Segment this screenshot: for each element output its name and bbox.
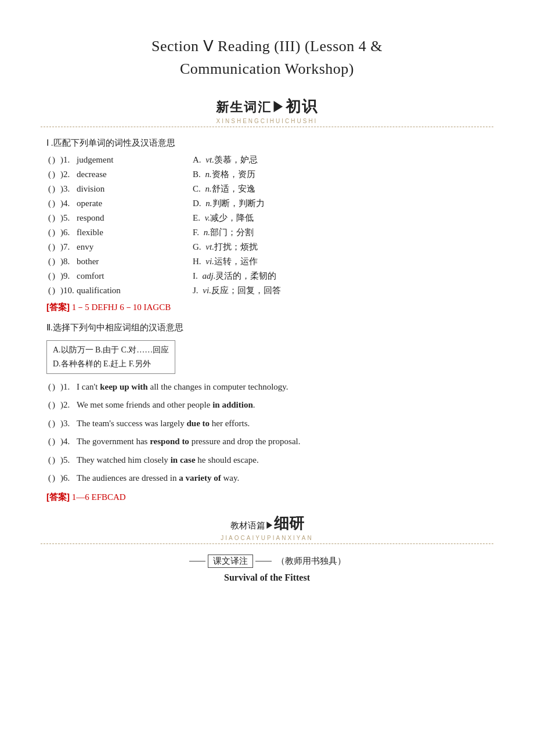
vocab-choice: I. adj.灵活的，柔韧的 [193, 271, 276, 282]
paren-left: ( [41, 213, 51, 223]
note-line-right [255, 561, 272, 561]
choice-letter: C. [193, 184, 201, 193]
vocab-word: decrease [77, 170, 169, 179]
paren-right: ) [52, 400, 56, 410]
lesson-note-parenthetical: （教师用书独具） [276, 556, 346, 567]
vocab-num: )9. [60, 271, 77, 281]
paren-right: ) [52, 155, 56, 165]
paren-right: ) [52, 199, 56, 208]
vocab-row: ( ) )6. flexible F. n.部门；分割 [41, 227, 493, 238]
choice-italic: n. [205, 199, 212, 208]
paren-right: ) [52, 455, 56, 465]
sentence-text: I can't keep up with all the changes in … [77, 380, 493, 395]
sentence-text: The audiences are dressed in a variety o… [77, 471, 493, 486]
paren-right: ) [52, 382, 56, 392]
choice-letter: D. [193, 199, 201, 208]
paren-left: ( [41, 184, 51, 194]
sentence-text: We met some friends and other people in … [77, 398, 493, 413]
vocab-choice: D. n.判断，判断力 [193, 198, 265, 209]
sentence-num: )4. [60, 437, 77, 447]
vocab-row: ( ) )5. respond E. v.减少，降低 [41, 213, 493, 224]
vocab-num: )3. [60, 184, 77, 194]
sentence-row: ( ) )3. The team's success was largely d… [41, 416, 493, 431]
banner1-subtitle: XINSHENGCIHUICHUSHI [41, 118, 493, 124]
vocab-row: ( ) )9. comfort I. adj.灵活的，柔韧的 [41, 271, 493, 282]
vocab-num: )1. [60, 155, 77, 165]
choice-letter: G. [193, 242, 201, 251]
choice-italic: v. [205, 213, 210, 222]
paren-left: ( [41, 473, 51, 483]
vocab-num: )8. [60, 257, 77, 267]
paren-left: ( [41, 419, 51, 429]
lesson-note-label: 课文译注 [208, 555, 253, 568]
vocab-num: )4. [60, 199, 77, 208]
paren-left: ( [41, 455, 51, 465]
choice-italic: vt. [205, 155, 214, 164]
vocab-row: ( ) )2. decrease B. n.资格，资历 [41, 169, 493, 180]
divider2 [41, 543, 493, 544]
banner1: 新生词汇▶初识 XINSHENGCIHUICHUSHI [41, 96, 493, 124]
vocab-choice: E. v.减少，降低 [193, 213, 254, 224]
vocab-row: ( ) )8. bother H. vi.运转，运作 [41, 256, 493, 267]
vocab-choice: H. vi.运转，运作 [193, 256, 258, 267]
vocab-num: )6. [60, 228, 77, 237]
banner1-title: 新生词汇▶初识 [41, 96, 493, 117]
choice-italic: adj. [203, 271, 216, 280]
sentence-row: ( ) )5. They watched him closely in case… [41, 453, 493, 468]
paren-right: ) [52, 228, 56, 237]
choice-letter: A. [193, 155, 201, 164]
choice-letter: J. [193, 286, 199, 295]
vocab-row: ( ) )10. qualification J. vi.反应；回复，回答 [41, 285, 493, 296]
paren-left: ( [41, 271, 51, 281]
paren-right: ) [52, 184, 56, 194]
sentence-num: )6. [60, 473, 77, 483]
section2-label: Ⅱ.选择下列句中相应词组的汉语意思 [46, 322, 493, 333]
sentence-row: ( ) )6. The audiences are dressed in a v… [41, 471, 493, 486]
paren-left: ( [41, 170, 51, 179]
lesson-note-bar: 课文译注 （教师用书独具） [41, 555, 493, 568]
sentence-num: )1. [60, 382, 77, 392]
sentence-text: They watched him closely in case he shou… [77, 453, 493, 468]
choice-letter: H. [193, 257, 201, 266]
paren-right: ) [52, 419, 56, 429]
page-title: Section Ⅴ Reading (III) (Lesson 4 & Comm… [41, 35, 493, 80]
paren-left: ( [41, 437, 51, 447]
choice-letter: F. [193, 228, 199, 237]
vocab-row: ( ) )7. envy G. vt.打扰；烦扰 [41, 242, 493, 253]
sentence-text: The government has respond to pressure a… [77, 434, 493, 449]
section1-label: Ⅰ .匹配下列单词的词性及汉语意思 [46, 138, 493, 149]
vocab-word: comfort [77, 271, 169, 281]
sentence-row: ( ) )1. I can't keep up with all the cha… [41, 380, 493, 395]
paren-left: ( [41, 286, 51, 296]
vocab-word: respond [77, 213, 169, 223]
choice-italic: n. [205, 184, 212, 193]
vocab-word: envy [77, 242, 169, 252]
sentence-num: )2. [60, 400, 77, 410]
sentence-num: )5. [60, 455, 77, 465]
vocab-word: flexible [77, 228, 169, 237]
choice-italic: vt. [205, 242, 214, 251]
paren-left: ( [41, 199, 51, 208]
vocab-choice: J. vi.反应；回复，回答 [193, 285, 281, 296]
sentence-list: ( ) )1. I can't keep up with all the cha… [41, 380, 493, 486]
vocab-choice: F. n.部门；分割 [193, 227, 254, 238]
vocab-num: )7. [60, 242, 77, 252]
vocab-word: judgement [77, 155, 169, 165]
paren-right: ) [52, 286, 56, 296]
vocab-row: ( ) )4. operate D. n.判断，判断力 [41, 198, 493, 209]
vocab-choice: C. n.舒适，安逸 [193, 183, 255, 195]
choice-letter: I. [193, 271, 198, 280]
paren-left: ( [41, 400, 51, 410]
choice-letter: B. [193, 170, 201, 179]
section1-answer: [答案] 1－5 DEFHJ 6－10 IAGCB [46, 302, 493, 313]
survival-title: Survival of the Fittest [41, 573, 493, 583]
choice-italic: vi. [203, 286, 211, 295]
note-line-left [189, 561, 205, 561]
paren-left: ( [41, 382, 51, 392]
choice-italic: n. [205, 170, 212, 179]
paren-left: ( [41, 242, 51, 252]
choice-letter: E. [193, 213, 200, 222]
vocab-list: ( ) )1. judgement A. vt.羡慕，妒忌 ( ) )2. de… [41, 154, 493, 296]
paren-right: ) [52, 170, 56, 179]
vocab-choice: B. n.资格，资历 [193, 169, 255, 180]
